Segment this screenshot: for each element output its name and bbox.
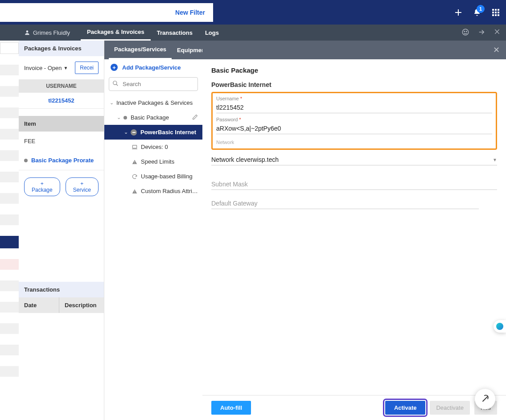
- network-select[interactable]: Network cleverwisp.tech ▼: [211, 154, 497, 165]
- tree-node-label: Usage-based Billing: [141, 173, 193, 180]
- transactions-table-header: Date Description: [19, 297, 104, 313]
- add-icon[interactable]: [453, 8, 463, 17]
- basic-package-prorate[interactable]: Basic Package Prorate: [19, 151, 104, 170]
- chevron-down-icon: ⌄: [117, 115, 121, 120]
- add-package-service-label: Add Package/Service: [122, 64, 181, 71]
- top-header: New Filter 1: [0, 0, 506, 25]
- side-chat-bubble[interactable]: [494, 320, 506, 333]
- warning-icon: [131, 159, 138, 165]
- close-panel-icon[interactable]: ✕: [493, 45, 500, 55]
- add-package-button[interactable]: + Package: [24, 177, 60, 196]
- plus-circle-icon: +: [111, 64, 118, 71]
- transactions-header: Transactions: [19, 282, 104, 297]
- deactivate-button: Deactivate: [430, 401, 469, 415]
- activate-button[interactable]: Activate: [385, 401, 426, 415]
- form-title: Basic Package: [211, 66, 497, 74]
- tree-node-inactive[interactable]: ⌄ Inactive Packages & Services: [104, 95, 202, 110]
- minus-circle-icon: [131, 129, 137, 136]
- edit-icon[interactable]: [192, 114, 198, 121]
- svg-point-10: [462, 29, 469, 35]
- secondary-nav: Grimes Fluidly Packages & Invoices Trans…: [19, 25, 506, 41]
- smile-icon[interactable]: [461, 28, 469, 37]
- svg-rect-5: [498, 12, 499, 13]
- apps-grid-icon[interactable]: [491, 8, 501, 17]
- pi-title: Packages & Invoices: [19, 41, 104, 56]
- default-gateway-input[interactable]: Default Gateway: [211, 195, 479, 209]
- password-label: Password *: [216, 117, 492, 122]
- status-dot-icon: [123, 116, 127, 119]
- tab-packages-services[interactable]: Packages/Services: [109, 41, 172, 59]
- notifications-icon[interactable]: 1: [472, 8, 482, 17]
- basic-package-label: Basic Package Prorate: [31, 157, 94, 164]
- tree-node-label: PowerBasic Internet: [140, 129, 196, 136]
- svg-rect-4: [495, 12, 497, 13]
- password-input[interactable]: [216, 123, 492, 134]
- subnet-mask-input[interactable]: Subnet Mask: [211, 176, 497, 190]
- col-description[interactable]: Description: [59, 297, 104, 313]
- svg-point-9: [26, 30, 29, 33]
- username-value[interactable]: tl2215452: [19, 93, 104, 109]
- search-input[interactable]: [109, 77, 198, 91]
- tree-node-powerbasic[interactable]: ⌄ PowerBasic Internet: [104, 125, 202, 140]
- username-input[interactable]: [216, 102, 492, 113]
- add-service-button[interactable]: + Service: [66, 177, 99, 196]
- tree-node-speed-limits[interactable]: Speed Limits: [104, 154, 202, 169]
- warning-icon: [131, 188, 138, 194]
- item-header: Item: [19, 116, 104, 132]
- nav-user-label: Grimes Fluidly: [33, 29, 70, 36]
- left-stripe: [0, 25, 19, 420]
- laptop-icon: [131, 144, 138, 150]
- username-label: Username *: [216, 96, 492, 101]
- packages-invoices-sidebar: Packages & Invoices Invoice - Open ▼ Rec…: [19, 41, 104, 420]
- chevron-down-icon: ⌄: [124, 129, 128, 135]
- status-dot-icon: [24, 159, 28, 162]
- svg-rect-6: [492, 14, 494, 16]
- help-bubble[interactable]: [475, 389, 495, 409]
- form-tabs-bar: ✕: [202, 41, 506, 59]
- cycle-icon: [131, 173, 138, 180]
- nav-tab-packages-invoices[interactable]: Packages & Invoices: [81, 25, 151, 41]
- form-subtitle: PowerBasic Internet: [211, 81, 497, 88]
- new-filter-button[interactable]: New Filter: [0, 3, 213, 22]
- tree-node-basic-package[interactable]: ⌄ Basic Package: [104, 110, 202, 125]
- network-trunc-label: Network: [216, 138, 492, 147]
- caret-down-icon: ▼: [493, 157, 497, 162]
- forward-arrow-icon[interactable]: [477, 28, 485, 37]
- tree-node-label: Basic Package: [131, 114, 169, 121]
- tree-search: [109, 77, 198, 91]
- tree-node-devices[interactable]: Devices: 0: [104, 140, 202, 154]
- svg-rect-8: [498, 14, 499, 16]
- caret-down-icon: ▼: [64, 66, 68, 70]
- credentials-highlight: Username * Password * Network: [211, 92, 497, 150]
- svg-point-11: [464, 31, 465, 32]
- receive-button[interactable]: Recei: [75, 62, 99, 74]
- tree-tabs: Packages/Services Equipment: [104, 41, 202, 59]
- close-icon[interactable]: [494, 28, 501, 37]
- auto-fill-button[interactable]: Auto-fill: [211, 401, 251, 415]
- notification-badge: 1: [477, 5, 485, 13]
- tree-node-label: Custom Radius Attri…: [141, 188, 198, 194]
- tree-node-label: Devices: 0: [141, 144, 168, 150]
- fee-row: FEE: [19, 132, 104, 151]
- tree-sidebar: Packages/Services Equipment + Add Packag…: [104, 41, 202, 420]
- nav-user[interactable]: Grimes Fluidly: [24, 29, 70, 36]
- svg-point-12: [466, 31, 467, 32]
- tree-node-label: Inactive Packages & Services: [116, 99, 193, 106]
- username-column-header: USERNAME: [19, 79, 104, 93]
- chevron-down-icon: ⌄: [110, 100, 114, 106]
- tree-node-usage-billing[interactable]: Usage-based Billing: [104, 169, 202, 184]
- nav-tab-logs[interactable]: Logs: [199, 25, 225, 41]
- invoice-dropdown-label: Invoice - Open: [24, 65, 62, 71]
- tree-node-label: Speed Limits: [141, 158, 174, 165]
- svg-rect-2: [498, 9, 499, 11]
- form-footer: Auto-fill Activate Deactivate Res: [202, 395, 506, 420]
- svg-point-13: [113, 81, 117, 85]
- col-date[interactable]: Date: [19, 297, 59, 313]
- nav-tab-transactions[interactable]: Transactions: [151, 25, 199, 41]
- svg-rect-1: [495, 9, 497, 11]
- tree-node-custom-radius[interactable]: Custom Radius Attri…: [104, 184, 202, 198]
- svg-rect-7: [495, 14, 497, 16]
- form-panel: ✕ Basic Package PowerBasic Internet User…: [202, 41, 506, 420]
- invoice-dropdown[interactable]: Invoice - Open ▼: [24, 65, 68, 71]
- add-package-service[interactable]: + Add Package/Service: [104, 59, 202, 75]
